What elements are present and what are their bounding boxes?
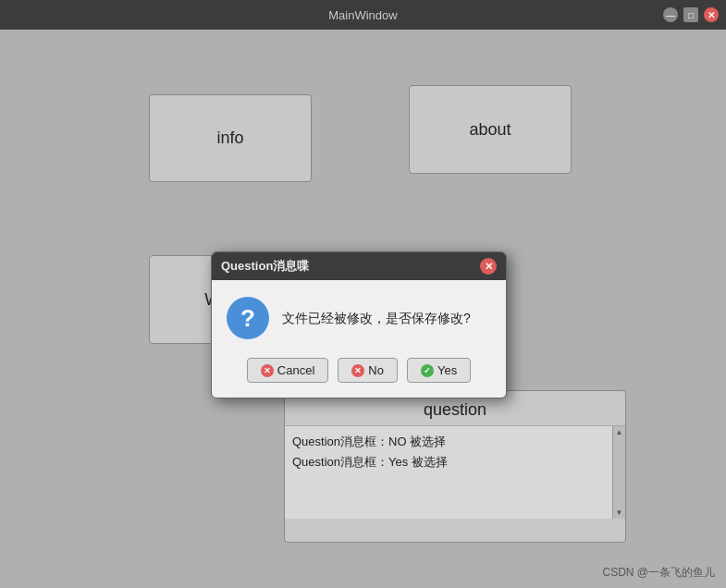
dialog-body: ? 文件已经被修改，是否保存修改? xyxy=(212,280,506,350)
scrollbar[interactable]: ▲ ▼ xyxy=(612,426,625,519)
info-button[interactable]: info xyxy=(149,94,312,182)
log-area: Question消息框：NO 被选择 Question消息框：Yes 被选择 ▲… xyxy=(285,426,625,519)
no-button[interactable]: ✕ No xyxy=(338,358,398,383)
watermark: CSDN @一条飞的鱼儿 xyxy=(602,565,715,581)
cancel-label: Cancel xyxy=(277,363,314,377)
dialog-title-bar: Question消息喋 ✕ xyxy=(212,252,506,280)
question-dialog: Question消息喋 ✕ ? 文件已经被修改，是否保存修改? ✕ Cancel… xyxy=(211,251,507,398)
minimize-button[interactable]: — xyxy=(663,7,678,22)
log-line-2: Question消息框：Yes 被选择 xyxy=(292,452,605,472)
question-panel: question Question消息框：NO 被选择 Question消息框：… xyxy=(284,390,626,543)
cancel-button[interactable]: ✕ Cancel xyxy=(247,358,328,383)
scroll-down-icon[interactable]: ▼ xyxy=(616,508,623,517)
close-button[interactable]: ✕ xyxy=(704,7,719,22)
main-window: info about Wa...al question Question消息框：… xyxy=(0,30,726,588)
cancel-icon: ✕ xyxy=(261,364,274,377)
dialog-close-button[interactable]: ✕ xyxy=(480,258,497,275)
about-button[interactable]: about xyxy=(409,85,572,174)
window-controls: — □ ✕ xyxy=(663,7,719,22)
log-text: Question消息框：NO 被选择 Question消息框：Yes 被选择 xyxy=(285,426,612,519)
maximize-button[interactable]: □ xyxy=(683,7,698,22)
window-title: MainWindow xyxy=(63,8,663,22)
yes-label: Yes xyxy=(437,363,457,377)
question-icon: ? xyxy=(227,297,269,339)
dialog-title: Question消息喋 xyxy=(221,258,309,275)
scroll-up-icon[interactable]: ▲ xyxy=(616,428,623,436)
dialog-buttons: ✕ Cancel ✕ No ✓ Yes xyxy=(212,350,506,398)
log-line-1: Question消息框：NO 被选择 xyxy=(292,432,605,452)
no-label: No xyxy=(368,363,384,377)
title-bar: MainWindow — □ ✕ xyxy=(0,0,726,30)
dialog-message: 文件已经被修改，是否保存修改? xyxy=(282,309,471,328)
yes-icon: ✓ xyxy=(421,364,434,377)
no-icon: ✕ xyxy=(351,364,364,377)
yes-button[interactable]: ✓ Yes xyxy=(407,358,471,383)
